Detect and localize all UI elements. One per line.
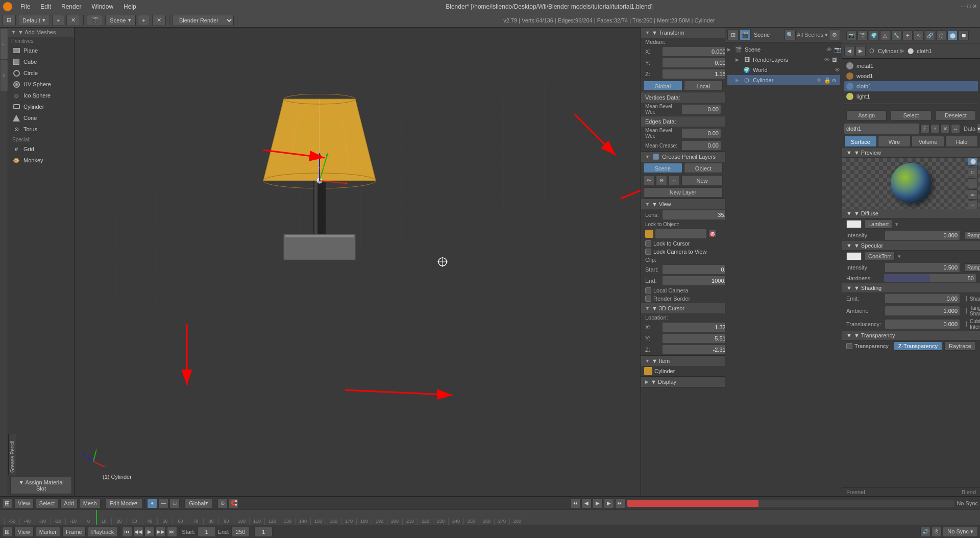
end-frame-input[interactable] [231, 527, 250, 537]
diffuse-header[interactable]: ▼ ▼ Diffuse [842, 209, 980, 218]
no-sync-btn[interactable]: No Sync ▾ [943, 527, 978, 537]
lock-camera-checkbox[interactable] [645, 249, 651, 255]
grease-checkbox[interactable] [653, 154, 659, 160]
prev-frame-btn[interactable]: ◀ [581, 498, 592, 508]
pb-end-btn[interactable]: ⏭ [167, 527, 177, 537]
status-marker-btn[interactable]: Marker [36, 527, 60, 537]
add-meshes-header[interactable]: ▼ ▼ Add Meshes [8, 28, 74, 37]
add-screen-btn[interactable]: + [52, 15, 64, 26]
pb-start-btn[interactable]: ⏮ [122, 527, 132, 537]
gp-object-btn[interactable]: Object [684, 163, 723, 173]
gp-new-btn[interactable]: New [681, 175, 723, 185]
menu-help[interactable]: Help [121, 2, 138, 11]
preview-hair-btn[interactable]: ≡ [968, 201, 978, 209]
grease-pencil-label[interactable]: Grease Pencil [8, 434, 16, 475]
start-frame-input[interactable] [198, 527, 216, 537]
preview-sky-btn[interactable]: ∞ [968, 189, 978, 200]
specular-color-swatch[interactable] [846, 252, 862, 260]
tangent-checkbox[interactable] [966, 308, 967, 314]
hardness-slider[interactable]: 50 [884, 274, 976, 282]
audio-btn[interactable]: 🔊 [920, 527, 930, 537]
sidebar-item-ico-sphere[interactable]: ◇ Ico Sphere [8, 90, 74, 101]
mod-props-btn[interactable]: 🔧 [891, 30, 901, 40]
status-icon[interactable]: ⊞ [2, 527, 12, 537]
scene-props-btn[interactable]: 🎬 [857, 30, 868, 40]
obj-props-btn[interactable]: △ [880, 30, 890, 40]
cursor-x-input[interactable] [663, 323, 725, 332]
cylinder-eye[interactable]: 👁 [816, 77, 822, 83]
sidebar-item-cube[interactable]: Cube [8, 56, 74, 67]
emit-input[interactable] [885, 294, 960, 303]
timeline-area[interactable]: -50 -40 -30 -20 -10 0 10 20 30 40 50 60 … [0, 509, 980, 525]
pb-prev-btn[interactable]: ◀◀ [133, 527, 143, 537]
screen-layout-icon[interactable]: ⊞ [2, 15, 16, 26]
display-header[interactable]: ▶ ▼ Display [641, 377, 725, 387]
tab-surface[interactable]: Surface [844, 136, 877, 147]
diffuse-method-btn[interactable]: Lambert [865, 219, 892, 229]
add-scene-btn[interactable]: + [138, 15, 150, 26]
spec-intensity-input[interactable] [885, 263, 960, 272]
mean-crease-input[interactable] [682, 141, 721, 150]
gp-draw-btn[interactable]: ✏ [643, 175, 654, 185]
select-mat-btn[interactable]: Select [891, 110, 931, 120]
local-btn[interactable]: Local [684, 81, 723, 91]
ambient-input[interactable] [885, 306, 960, 315]
gp-erase-btn[interactable]: ⊖ [656, 175, 667, 185]
scene-eye[interactable]: 👁 [826, 46, 832, 53]
cubic-interp-checkbox[interactable] [966, 321, 967, 327]
sidebar-item-monkey[interactable]: 🐵 Monkey [8, 155, 74, 166]
data-dropdown[interactable]: ▾ [977, 124, 980, 134]
specular-dropdown[interactable]: ▾ [898, 253, 901, 260]
pb-next-btn[interactable]: ▶▶ [156, 527, 166, 537]
mat-item-light1[interactable]: light1 [844, 91, 978, 102]
sidebar-item-grid[interactable]: # Grid [8, 143, 74, 155]
specular-method-btn[interactable]: CookTorr [865, 252, 895, 261]
mat-link-icon[interactable]: ↔ [951, 124, 960, 133]
specular-header[interactable]: ▼ ▼ Specular [842, 241, 980, 251]
edge-mode-btn[interactable]: — [158, 498, 168, 508]
diffuse-color-swatch[interactable] [846, 220, 862, 228]
transparency-checkbox[interactable] [846, 343, 852, 349]
tab-wire[interactable]: Wire [878, 136, 911, 147]
3d-cursor-header[interactable]: ▼ ▼ 3D Cursor [641, 303, 725, 313]
skip-end-btn[interactable]: ⏭ [615, 498, 625, 508]
vert-tab-tools[interactable]: T [1, 29, 8, 59]
spec-ramp-btn[interactable]: Ramp [965, 263, 980, 272]
cursor-y-input[interactable] [663, 334, 725, 343]
render-props-btn[interactable]: 📷 [846, 30, 856, 40]
sidebar-item-plane[interactable]: Plane [8, 45, 74, 56]
tex-props-btn[interactable]: 🔲 [959, 30, 969, 40]
tree-scene-root[interactable]: ▶ 🎬 Scene 👁 📷 [727, 44, 840, 55]
snap-btn[interactable]: 🧲 [229, 498, 239, 508]
clip-end-input[interactable] [663, 276, 725, 285]
menu-window[interactable]: Window [89, 2, 115, 11]
outliner-search-btn[interactable]: 🔍 [785, 29, 796, 40]
sidebar-item-uv-sphere[interactable]: UV Sphere [8, 79, 74, 90]
tree-render-layers[interactable]: ▶ 🎞 RenderLayers 👁 🖼 [727, 55, 840, 65]
sidebar-item-circle[interactable]: Circle [8, 67, 74, 79]
shading-header[interactable]: ▼ ▼ Shading [842, 283, 980, 293]
cursor-z-input[interactable] [663, 345, 725, 354]
render-border-checkbox[interactable] [645, 296, 651, 302]
viewport[interactable]: User Persp [75, 28, 641, 496]
layout-dropdown[interactable]: Default ▾ [18, 15, 50, 26]
render-engine-select[interactable]: Blender Render Cycles Render [173, 15, 234, 26]
transform-orient-btn[interactable]: Global ▾ [184, 498, 213, 508]
remove-scene-btn[interactable]: ✕ [152, 15, 166, 26]
mat-item-metal1[interactable]: metal1 [844, 61, 978, 71]
vert-tab-n[interactable]: N [1, 60, 8, 91]
vertices-data-header[interactable]: Vertices Data: [641, 92, 725, 103]
physics-btn[interactable]: ∿ [914, 30, 924, 40]
outliner-filter-btn[interactable]: ⚙ [829, 29, 840, 40]
status-playback-btn[interactable]: Playback [88, 527, 118, 537]
next-frame-btn[interactable]: ▶ [604, 498, 614, 508]
gp-move-btn[interactable]: ↔ [669, 175, 680, 185]
new-layer-btn[interactable]: New Layer [643, 187, 723, 198]
diffuse-dropdown[interactable]: ▾ [895, 221, 898, 228]
diffuse-ramp-btn[interactable]: Ramp [965, 231, 980, 239]
transparency-section-header[interactable]: ▼ ▼ Transparency [842, 331, 980, 340]
tree-cylinder[interactable]: ▶ ⬡ Cylinder 👁 🔒 ⊙ [727, 75, 840, 85]
menu-file[interactable]: File [18, 2, 32, 11]
add-menu-btn[interactable]: Add [60, 498, 78, 508]
mesh-menu-btn[interactable]: Mesh [80, 498, 101, 508]
